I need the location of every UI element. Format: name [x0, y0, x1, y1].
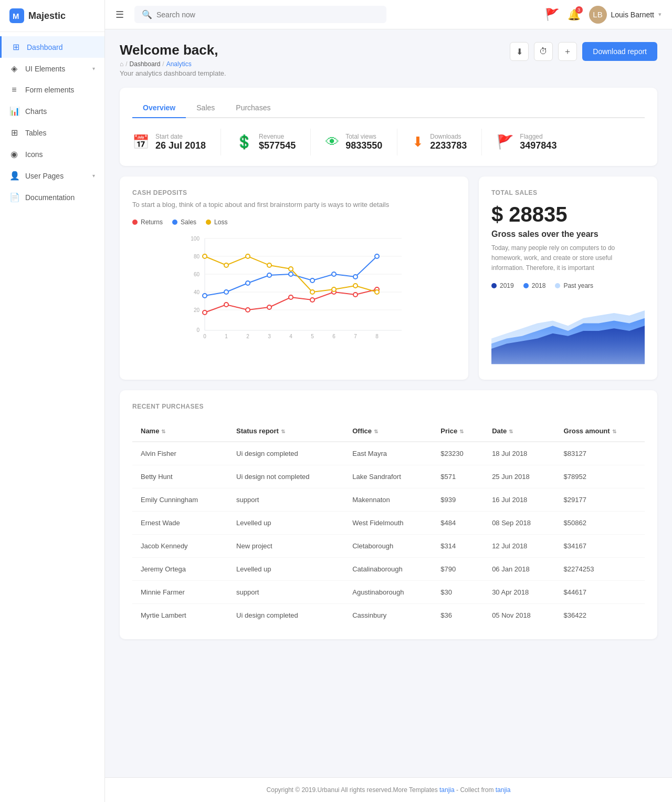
stat-value-revenue: $577545	[259, 140, 296, 151]
svg-point-45	[267, 263, 271, 267]
legend-dot-sales	[172, 220, 177, 225]
cell-1-price: $571	[432, 465, 484, 488]
col-header-0[interactable]: Name⇅	[132, 421, 228, 442]
sidebar-item-tables[interactable]: ⊞ Tables	[0, 122, 104, 143]
svg-point-34	[224, 290, 228, 294]
flagged-icon: 🚩	[497, 134, 513, 150]
svg-text:40: 40	[194, 289, 200, 295]
breadcrumb-dashboard[interactable]: Dashboard	[130, 60, 161, 68]
sidebar-item-dashboard[interactable]: ⊞ Dashboard	[0, 36, 104, 58]
sidebar-item-form-elements[interactable]: ≡ Form elements	[0, 79, 104, 100]
year-label-2018: 2018	[532, 282, 546, 289]
user-avatar-area[interactable]: LB Louis Barnett ▾	[589, 6, 662, 24]
menu-toggle-icon[interactable]: ☰	[116, 9, 124, 20]
stat-info-total-views: Total views 9833550	[345, 133, 382, 151]
footer-link2[interactable]: tanjia	[496, 786, 511, 794]
svg-text:20: 20	[194, 307, 200, 313]
total-sales-card: TOTAL SALES $ 28835 Gross sales over the…	[479, 176, 657, 380]
stat-item-start-date: 📅 Start date 26 Jul 2018	[132, 129, 221, 155]
stat-item-total-views: 👁 Total views 9833550	[326, 129, 397, 155]
sort-icon-5: ⇅	[612, 429, 616, 434]
col-header-5[interactable]: Gross amount⇅	[555, 421, 645, 442]
tab-sales[interactable]: Sales	[186, 98, 225, 118]
sidebar-label-tables: Tables	[25, 129, 95, 137]
year-legend: 20192018Past years	[491, 282, 645, 289]
legend-label-loss: Loss	[214, 218, 227, 226]
table-header: Name⇅Status report⇅Office⇅Price⇅Date⇅Gro…	[132, 421, 645, 442]
svg-text:0: 0	[203, 334, 206, 339]
clock-icon-btn[interactable]: ⏱	[534, 42, 553, 61]
footer-link1[interactable]: tanjia	[439, 786, 455, 794]
breadcrumb: ⌂ / Dashboard / Analytics	[120, 60, 226, 68]
sidebar-item-user-pages[interactable]: 👤 User Pages ▾	[0, 165, 104, 186]
sidebar-label-documentation: Documentation	[25, 193, 95, 202]
avatar: LB	[589, 6, 607, 24]
svg-text:5: 5	[311, 334, 314, 339]
svg-point-37	[289, 272, 293, 276]
search-box: 🔍	[134, 6, 386, 23]
documentation-nav-icon: 📄	[9, 192, 19, 202]
add-icon-btn[interactable]: ＋	[558, 42, 577, 61]
sidebar-item-icons[interactable]: ◉ Icons	[0, 143, 104, 165]
recent-purchases-section: RECENT PURCHASES Name⇅Status report⇅Offi…	[120, 390, 657, 639]
cell-2-price: $939	[432, 488, 484, 511]
download-icon-btn[interactable]: ⬇	[510, 42, 529, 61]
sort-icon-2: ⇅	[374, 429, 378, 434]
user-name-label: Louis Barnett	[611, 11, 655, 19]
stat-item-downloads: ⬇ Downloads 2233783	[412, 129, 482, 155]
search-input[interactable]	[156, 11, 379, 19]
sidebar-label-form-elements: Form elements	[25, 86, 95, 94]
tab-overview[interactable]: Overview	[132, 98, 186, 118]
sidebar-label-charts: Charts	[25, 107, 95, 116]
legend-label-returns: Returns	[141, 218, 163, 226]
ui-elements-nav-icon: ◈	[9, 64, 19, 74]
sort-icon-4: ⇅	[509, 429, 513, 434]
charts-nav-icon: 📊	[9, 106, 19, 116]
app-logo[interactable]: M Majestic	[0, 0, 104, 32]
col-header-label-4: Date	[492, 427, 507, 435]
cell-3-name: Ernest Wade	[132, 511, 228, 534]
sort-icon-3: ⇅	[459, 429, 464, 434]
cell-4-office: Cletaborough	[344, 534, 432, 557]
table-row: Ernest WadeLevelled upWest Fidelmouth$48…	[132, 511, 645, 534]
total-sales-amount: $ 28835	[491, 203, 645, 226]
svg-point-42	[203, 254, 207, 258]
svg-text:1: 1	[225, 334, 228, 339]
cash-deposits-title: CASH DEPOSITS	[132, 189, 456, 196]
notification-button[interactable]: 🔔 3	[568, 8, 581, 21]
col-header-1[interactable]: Status report⇅	[228, 421, 344, 442]
footer: Copyright © 2019.Urbanui All rights rese…	[105, 777, 672, 802]
purchases-table: Name⇅Status report⇅Office⇅Price⇅Date⇅Gro…	[132, 421, 645, 627]
svg-text:80: 80	[194, 254, 200, 259]
area-chart-container	[491, 297, 645, 367]
col-header-3[interactable]: Price⇅	[432, 421, 484, 442]
svg-point-29	[310, 298, 314, 302]
col-header-4[interactable]: Date⇅	[484, 421, 555, 442]
cell-2-gross: $29177	[555, 488, 645, 511]
table-row: Alvin FisherUi design completedEast Mayr…	[132, 442, 645, 465]
breadcrumb-analytics[interactable]: Analytics	[166, 60, 192, 68]
flag-icon: 🚩	[545, 8, 559, 21]
sidebar-item-ui-elements[interactable]: ◈ UI Elements ▾	[0, 58, 104, 79]
charts-row: CASH DEPOSITS To start a blog, think of …	[120, 176, 657, 380]
svg-text:4: 4	[289, 334, 292, 339]
stat-value-downloads: 2233783	[430, 140, 467, 151]
svg-point-48	[332, 287, 336, 291]
sort-icon-1: ⇅	[281, 429, 285, 434]
cell-4-gross: $34167	[555, 534, 645, 557]
table-row: Jeremy OrtegaLevelled upCatalinaborough$…	[132, 557, 645, 580]
col-header-label-2: Office	[352, 427, 372, 435]
flag-button[interactable]: 🚩	[545, 8, 559, 22]
svg-point-44	[246, 254, 250, 258]
cell-7-name: Myrtie Lambert	[132, 603, 228, 627]
svg-point-47	[310, 290, 314, 294]
cell-0-status: Ui design completed	[228, 442, 344, 465]
svg-point-27	[267, 305, 271, 309]
sidebar-item-documentation[interactable]: 📄 Documentation	[0, 186, 104, 208]
tab-purchases[interactable]: Purchases	[225, 98, 281, 118]
col-header-2[interactable]: Office⇅	[344, 421, 432, 442]
stats-card: OverviewSalesPurchases 📅 Start date 26 J…	[120, 88, 657, 166]
sidebar-item-charts[interactable]: 📊 Charts	[0, 100, 104, 122]
svg-point-43	[224, 263, 228, 267]
download-report-btn[interactable]: Download report	[582, 42, 657, 61]
